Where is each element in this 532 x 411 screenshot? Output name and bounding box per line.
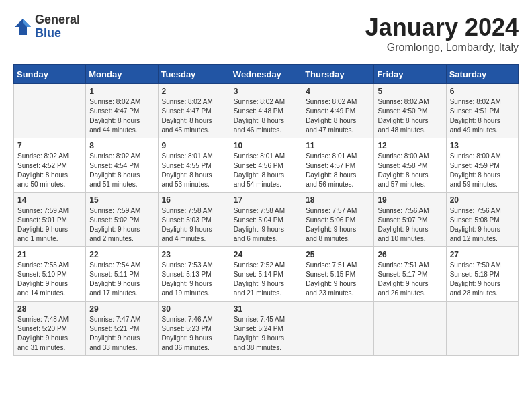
calendar-cell [14, 84, 86, 138]
logo: General Blue [13, 13, 80, 40]
calendar-cell: 28Sunrise: 7:48 AMSunset: 5:20 PMDayligh… [14, 302, 86, 356]
day-info: Sunrise: 8:01 AMSunset: 4:56 PMDaylight:… [234, 152, 298, 189]
week-row-3: 14Sunrise: 7:59 AMSunset: 5:01 PMDayligh… [14, 193, 519, 247]
subtitle: Gromlongo, Lombardy, Italy [365, 42, 519, 54]
calendar-cell: 9Sunrise: 8:01 AMSunset: 4:55 PMDaylight… [158, 138, 230, 193]
day-number: 16 [162, 195, 226, 205]
day-info: Sunrise: 7:48 AMSunset: 5:20 PMDaylight:… [17, 315, 82, 353]
day-info: Sunrise: 8:01 AMSunset: 4:55 PMDaylight:… [162, 152, 226, 189]
day-info: Sunrise: 7:54 AMSunset: 5:11 PMDaylight:… [89, 261, 154, 298]
calendar-cell: 29Sunrise: 7:47 AMSunset: 5:21 PMDayligh… [86, 302, 158, 356]
calendar-cell: 31Sunrise: 7:45 AMSunset: 5:24 PMDayligh… [230, 302, 302, 356]
day-number: 4 [306, 87, 370, 96]
calendar-table: SundayMondayTuesdayWednesdayThursdayFrid… [13, 64, 519, 356]
day-number: 30 [162, 304, 226, 314]
logo-general: General [35, 13, 80, 27]
calendar-cell: 12Sunrise: 8:00 AMSunset: 4:58 PMDayligh… [374, 138, 446, 193]
header-monday: Monday [86, 65, 158, 84]
day-info: Sunrise: 7:59 AMSunset: 5:02 PMDaylight:… [89, 206, 154, 244]
calendar-cell: 17Sunrise: 7:58 AMSunset: 5:04 PMDayligh… [230, 193, 302, 247]
day-number: 5 [378, 87, 442, 96]
day-number: 3 [234, 87, 298, 96]
day-number: 1 [89, 87, 154, 96]
day-info: Sunrise: 7:53 AMSunset: 5:13 PMDaylight:… [162, 261, 226, 298]
calendar-cell: 16Sunrise: 7:58 AMSunset: 5:03 PMDayligh… [158, 193, 230, 247]
week-row-5: 28Sunrise: 7:48 AMSunset: 5:20 PMDayligh… [14, 302, 519, 356]
day-info: Sunrise: 8:02 AMSunset: 4:47 PMDaylight:… [89, 97, 154, 135]
calendar-cell: 2Sunrise: 8:02 AMSunset: 4:47 PMDaylight… [158, 84, 230, 138]
day-number: 28 [17, 304, 82, 314]
day-info: Sunrise: 8:00 AMSunset: 4:59 PMDaylight:… [450, 152, 515, 189]
logo-text: General Blue [35, 13, 80, 40]
header-row: SundayMondayTuesdayWednesdayThursdayFrid… [14, 65, 519, 84]
calendar-cell: 3Sunrise: 8:02 AMSunset: 4:48 PMDaylight… [230, 84, 302, 138]
day-number: 29 [89, 304, 154, 314]
day-info: Sunrise: 7:45 AMSunset: 5:24 PMDaylight:… [234, 315, 298, 353]
week-row-4: 21Sunrise: 7:55 AMSunset: 5:10 PMDayligh… [14, 247, 519, 302]
calendar-cell: 14Sunrise: 7:59 AMSunset: 5:01 PMDayligh… [14, 193, 86, 247]
day-info: Sunrise: 7:59 AMSunset: 5:01 PMDaylight:… [17, 206, 82, 244]
day-info: Sunrise: 7:55 AMSunset: 5:10 PMDaylight:… [17, 261, 82, 298]
calendar-cell: 4Sunrise: 8:02 AMSunset: 4:49 PMDaylight… [302, 84, 374, 138]
calendar-cell: 25Sunrise: 7:51 AMSunset: 5:15 PMDayligh… [302, 247, 374, 302]
day-number: 27 [450, 250, 515, 259]
day-info: Sunrise: 8:02 AMSunset: 4:49 PMDaylight:… [306, 97, 370, 135]
day-number: 22 [89, 250, 154, 259]
day-number: 24 [234, 250, 298, 259]
day-number: 23 [162, 250, 226, 259]
day-number: 14 [17, 195, 82, 205]
day-info: Sunrise: 7:56 AMSunset: 5:08 PMDaylight:… [450, 206, 515, 244]
day-number: 11 [306, 141, 370, 150]
calendar-cell: 21Sunrise: 7:55 AMSunset: 5:10 PMDayligh… [14, 247, 86, 302]
header-saturday: Saturday [446, 65, 518, 84]
calendar-cell: 26Sunrise: 7:51 AMSunset: 5:17 PMDayligh… [374, 247, 446, 302]
calendar-cell [302, 302, 374, 356]
day-info: Sunrise: 7:58 AMSunset: 5:03 PMDaylight:… [162, 206, 226, 244]
day-info: Sunrise: 8:02 AMSunset: 4:50 PMDaylight:… [378, 97, 442, 135]
day-info: Sunrise: 7:51 AMSunset: 5:15 PMDaylight:… [306, 261, 370, 298]
day-number: 6 [450, 87, 515, 96]
day-info: Sunrise: 7:46 AMSunset: 5:23 PMDaylight:… [162, 315, 226, 353]
calendar-cell: 13Sunrise: 8:00 AMSunset: 4:59 PMDayligh… [446, 138, 518, 193]
calendar-cell: 15Sunrise: 7:59 AMSunset: 5:02 PMDayligh… [86, 193, 158, 247]
calendar-cell: 19Sunrise: 7:56 AMSunset: 5:07 PMDayligh… [374, 193, 446, 247]
calendar-cell: 30Sunrise: 7:46 AMSunset: 5:23 PMDayligh… [158, 302, 230, 356]
main-title: January 2024 [365, 13, 519, 42]
day-number: 19 [378, 195, 442, 205]
header: General Blue January 2024 Gromlongo, Lom… [13, 13, 519, 54]
header-tuesday: Tuesday [158, 65, 230, 84]
day-number: 20 [450, 195, 515, 205]
header-wednesday: Wednesday [230, 65, 302, 84]
header-sunday: Sunday [14, 65, 86, 84]
day-number: 13 [450, 141, 515, 150]
day-info: Sunrise: 7:52 AMSunset: 5:14 PMDaylight:… [234, 261, 298, 298]
calendar-cell: 6Sunrise: 8:02 AMSunset: 4:51 PMDaylight… [446, 84, 518, 138]
day-info: Sunrise: 7:47 AMSunset: 5:21 PMDaylight:… [89, 315, 154, 353]
calendar-cell: 8Sunrise: 8:02 AMSunset: 4:54 PMDaylight… [86, 138, 158, 193]
title-area: January 2024 Gromlongo, Lombardy, Italy [365, 13, 519, 54]
day-info: Sunrise: 7:57 AMSunset: 5:06 PMDaylight:… [306, 206, 370, 244]
day-info: Sunrise: 8:02 AMSunset: 4:52 PMDaylight:… [17, 152, 82, 189]
header-thursday: Thursday [302, 65, 374, 84]
logo-icon [13, 17, 32, 36]
logo-blue: Blue [35, 27, 80, 40]
calendar-cell: 1Sunrise: 8:02 AMSunset: 4:47 PMDaylight… [86, 84, 158, 138]
calendar-cell [374, 302, 446, 356]
day-info: Sunrise: 8:02 AMSunset: 4:48 PMDaylight:… [234, 97, 298, 135]
calendar-cell: 23Sunrise: 7:53 AMSunset: 5:13 PMDayligh… [158, 247, 230, 302]
day-info: Sunrise: 7:58 AMSunset: 5:04 PMDaylight:… [234, 206, 298, 244]
day-info: Sunrise: 8:02 AMSunset: 4:47 PMDaylight:… [162, 97, 226, 135]
day-number: 18 [306, 195, 370, 205]
calendar-cell: 27Sunrise: 7:50 AMSunset: 5:18 PMDayligh… [446, 247, 518, 302]
day-number: 8 [89, 141, 154, 150]
day-info: Sunrise: 8:01 AMSunset: 4:57 PMDaylight:… [306, 152, 370, 189]
calendar-cell: 11Sunrise: 8:01 AMSunset: 4:57 PMDayligh… [302, 138, 374, 193]
calendar-cell: 10Sunrise: 8:01 AMSunset: 4:56 PMDayligh… [230, 138, 302, 193]
calendar-cell: 18Sunrise: 7:57 AMSunset: 5:06 PMDayligh… [302, 193, 374, 247]
day-info: Sunrise: 7:51 AMSunset: 5:17 PMDaylight:… [378, 261, 442, 298]
day-number: 2 [162, 87, 226, 96]
day-number: 15 [89, 195, 154, 205]
header-friday: Friday [374, 65, 446, 84]
day-number: 25 [306, 250, 370, 259]
day-number: 7 [17, 141, 82, 150]
